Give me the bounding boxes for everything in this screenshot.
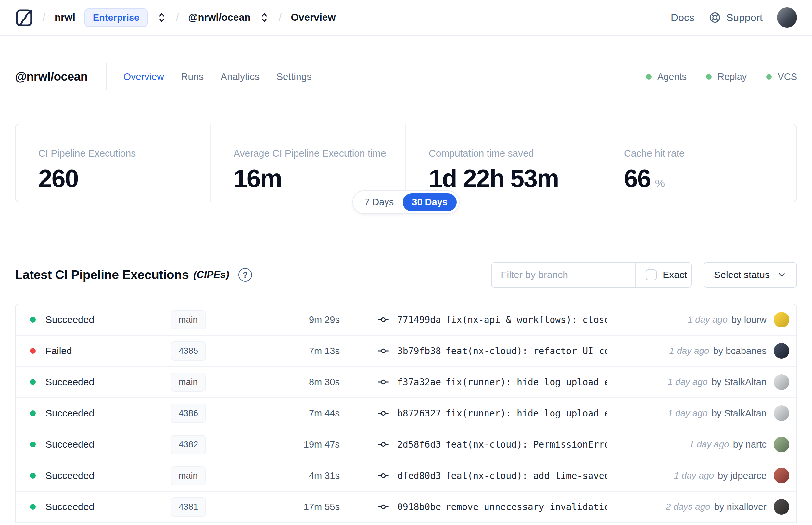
duration: 9m 29s xyxy=(252,314,340,325)
git-commit-icon xyxy=(377,438,389,451)
status-dot-icon xyxy=(30,348,36,354)
stat-label: Computation time saved xyxy=(429,148,600,159)
git-commit-icon xyxy=(377,469,389,482)
top-navbar: / nrwl Enterprise / @nrwl/ocean / Overvi… xyxy=(0,0,812,36)
breadcrumb-page: Overview xyxy=(291,12,336,24)
divider xyxy=(625,66,625,87)
author: by bcabanes xyxy=(713,346,767,356)
duration: 7m 13s xyxy=(252,346,340,356)
status-label: Succeeded xyxy=(45,314,94,325)
tab-analytics[interactable]: Analytics xyxy=(220,71,260,82)
branch-badge[interactable]: main xyxy=(171,373,205,392)
branch-filter-input[interactable] xyxy=(492,263,635,287)
branch-badge[interactable]: 4381 xyxy=(171,497,206,516)
stat-value: 1d 22h 53m xyxy=(429,164,558,193)
author-avatar[interactable] xyxy=(774,468,789,483)
author-avatar[interactable] xyxy=(774,374,789,390)
status-label: Succeeded xyxy=(45,376,94,388)
table-row[interactable]: Succeeded main 9m 29s 771499dafix(nx-api… xyxy=(16,304,796,335)
tab-settings[interactable]: Settings xyxy=(276,71,311,82)
table-row[interactable]: Succeeded 4382 19m 47s 2d58f6d3feat(nx-c… xyxy=(16,429,796,460)
status-dot-icon xyxy=(30,504,36,510)
author: by lourw xyxy=(732,314,767,325)
stat-cache-hit-rate: Cache hit rate 66 % xyxy=(601,124,796,202)
support-link[interactable]: Support xyxy=(709,11,763,24)
date-range-toggle: 7 Days 30 Days xyxy=(352,190,460,214)
branch-badge[interactable]: main xyxy=(171,466,205,485)
workspace-tabs: Overview Runs Analytics Settings xyxy=(123,71,312,82)
commit-message: 771499dafix(nx-api & workflows): close w… xyxy=(397,314,607,325)
git-commit-icon xyxy=(377,345,389,357)
help-icon[interactable]: ? xyxy=(239,268,252,282)
select-status-dropdown[interactable]: Select status xyxy=(704,262,797,287)
status-replay[interactable]: Replay xyxy=(706,72,747,82)
status-vcs-label: VCS xyxy=(778,72,797,82)
stat-label: Cache hit rate xyxy=(624,148,796,159)
time-ago: 1 day ago xyxy=(689,439,729,450)
author-avatar[interactable] xyxy=(774,405,789,421)
branch-badge[interactable]: main xyxy=(171,310,205,329)
status-dot-icon xyxy=(30,317,36,322)
stat-value: 260 xyxy=(38,164,78,193)
table-row[interactable]: Succeeded main 4m 31s dfed80d3feat(nx-cl… xyxy=(16,460,796,492)
select-status-label: Select status xyxy=(714,269,770,280)
author-avatar[interactable] xyxy=(774,499,789,515)
range-7-days-button[interactable]: 7 Days xyxy=(355,193,403,211)
status-dot-icon xyxy=(30,441,36,447)
docs-link[interactable]: Docs xyxy=(671,12,694,24)
range-30-days-button[interactable]: 30 Days xyxy=(403,193,457,211)
chevron-down-icon xyxy=(777,270,787,280)
status-dot-icon xyxy=(30,473,36,479)
workspace-selector-chevrons-icon[interactable] xyxy=(260,12,269,24)
status-vcs[interactable]: VCS xyxy=(766,72,797,82)
exact-toggle[interactable]: Exact xyxy=(635,263,692,287)
breadcrumb-workspace[interactable]: @nrwl/ocean xyxy=(188,12,250,24)
table-row[interactable]: Succeeded 4386 7m 44s b8726327fix(runner… xyxy=(16,398,796,429)
git-commit-icon xyxy=(377,501,389,513)
breadcrumb-separator: / xyxy=(42,11,45,24)
stat-value: 66 xyxy=(624,164,650,193)
commit-message: dfed80d3feat(nx-cloud): add time-saved e… xyxy=(397,470,607,481)
status-label: Succeeded xyxy=(45,470,94,481)
author-avatar[interactable] xyxy=(774,437,789,452)
status-label: Succeeded xyxy=(45,501,94,512)
author: by nixallover xyxy=(714,501,767,512)
status-replay-label: Replay xyxy=(718,72,747,82)
stats-row: CI Pipeline Executions 260 Average CI Pi… xyxy=(15,124,797,202)
nx-cloud-logo-icon[interactable] xyxy=(15,7,33,28)
status-agents[interactable]: Agents xyxy=(646,72,687,82)
author-avatar[interactable] xyxy=(774,343,789,359)
commit-message: f37a32aefix(runner): hide log upload err… xyxy=(397,377,607,388)
table-row[interactable]: Succeeded 4381 17m 55s 0918b0beremove un… xyxy=(16,492,796,523)
branch-badge[interactable]: 4382 xyxy=(171,435,206,454)
org-selector-chevrons-icon[interactable] xyxy=(157,12,167,24)
commit-message: b8726327fix(runner): hide log upload err… xyxy=(397,408,607,419)
section-title-suffix: (CIPEs) xyxy=(193,269,229,281)
duration: 19m 47s xyxy=(252,439,340,450)
time-ago: 1 day ago xyxy=(688,314,727,325)
author: by StalkAltan xyxy=(711,377,767,388)
enterprise-badge[interactable]: Enterprise xyxy=(85,9,148,27)
breadcrumb: / nrwl Enterprise / @nrwl/ocean / Overvi… xyxy=(15,7,336,28)
commit-message: 0918b0beremove unnecessary invalidation xyxy=(397,501,607,512)
status-label: Succeeded xyxy=(45,439,94,450)
exact-checkbox[interactable] xyxy=(646,269,657,280)
branch-badge[interactable]: 4385 xyxy=(171,342,206,361)
cipe-section-header: Latest CI Pipeline Executions (CIPEs) ? … xyxy=(15,262,797,288)
branch-badge[interactable]: 4386 xyxy=(171,404,206,423)
duration: 4m 31s xyxy=(252,470,340,481)
duration: 7m 44s xyxy=(252,408,340,419)
status-label: Succeeded xyxy=(45,408,94,419)
git-commit-icon xyxy=(377,376,389,388)
tab-runs[interactable]: Runs xyxy=(181,71,204,82)
author-avatar[interactable] xyxy=(774,312,789,328)
breadcrumb-separator: / xyxy=(278,11,281,24)
breadcrumb-org[interactable]: nrwl xyxy=(55,12,75,24)
tab-overview[interactable]: Overview xyxy=(123,71,164,82)
time-ago: 1 day ago xyxy=(668,408,708,418)
exact-label: Exact xyxy=(663,269,687,280)
table-row[interactable]: Failed 4385 7m 13s 3b79fb38feat(nx-cloud… xyxy=(16,335,796,367)
green-status-dot-icon xyxy=(766,74,772,79)
user-avatar[interactable] xyxy=(777,7,797,28)
table-row[interactable]: Succeeded main 8m 30s f37a32aefix(runner… xyxy=(16,367,796,398)
